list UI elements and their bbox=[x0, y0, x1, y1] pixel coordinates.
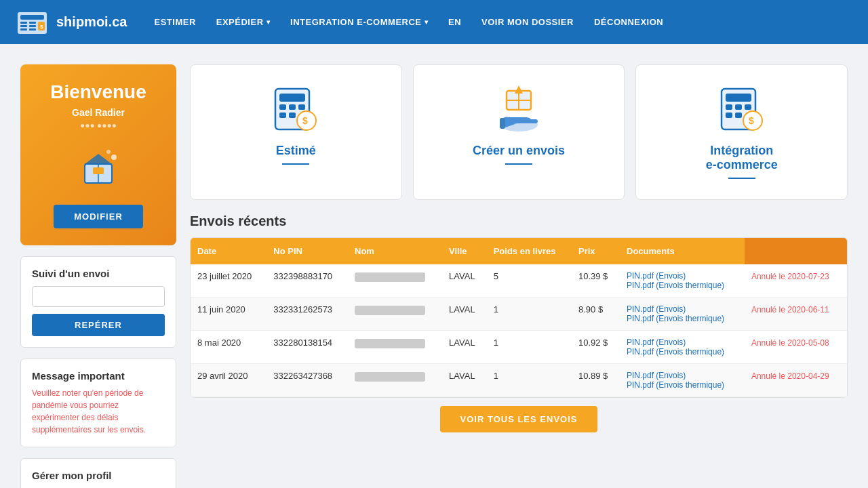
recent-title: Envois récents bbox=[190, 214, 848, 229]
profile-card: Gérer mon profil Voir mes données Carnet… bbox=[20, 458, 176, 488]
svg-point-15 bbox=[111, 155, 117, 160]
svg-rect-37 bbox=[726, 113, 732, 118]
main-content: Bienvenue Gael Radier ●●● ●●●● MODIFIER bbox=[0, 44, 868, 488]
cancelled-status: Annulé le 2020-04-29 bbox=[751, 371, 829, 381]
svg-rect-23 bbox=[289, 113, 296, 118]
cell-prix: 10.89 $ bbox=[572, 364, 620, 397]
logo[interactable]: $ shipmoi.ca bbox=[14, 3, 127, 41]
feature-label-creer: Créer un envois bbox=[427, 144, 611, 158]
cell-pin: 332398883170 bbox=[267, 264, 348, 298]
svg-marker-11 bbox=[85, 154, 112, 164]
creer-underline bbox=[505, 163, 532, 165]
hand-delivery-icon bbox=[492, 85, 546, 133]
svg-rect-34 bbox=[726, 104, 732, 110]
cell-ville: LAVAL bbox=[442, 364, 487, 397]
cell-date: 11 juin 2020 bbox=[191, 298, 267, 331]
tracking-input[interactable] bbox=[32, 286, 165, 307]
feature-label-estime: Estimé bbox=[204, 144, 388, 158]
blurred-name: Robert Desjardins bbox=[355, 372, 425, 382]
cancelled-status: Annulé le 2020-07-23 bbox=[751, 272, 829, 281]
svg-rect-35 bbox=[735, 104, 742, 110]
nav-lang[interactable]: EN bbox=[448, 17, 461, 27]
envois-table-container: Date No PIN Nom Ville Poids en livres Pr… bbox=[190, 237, 848, 398]
cell-prix: 8.90 $ bbox=[572, 298, 620, 331]
message-title: Message important bbox=[32, 370, 165, 382]
logo-icon: $ bbox=[14, 3, 51, 41]
table-header-row: Date No PIN Nom Ville Poids en livres Pr… bbox=[191, 238, 847, 264]
reperer-button[interactable]: REPÉRER bbox=[32, 314, 165, 336]
welcome-card: Bienvenue Gael Radier ●●● ●●●● MODIFIER bbox=[20, 64, 176, 245]
welcome-title: Bienvenue bbox=[34, 81, 163, 103]
cell-docs: PIN.pdf (Envois) PIN.pdf (Envois thermiq… bbox=[620, 264, 745, 298]
calculator-dollar-icon: $ bbox=[269, 85, 323, 133]
message-card: Message important Veuillez noter qu'en p… bbox=[20, 359, 176, 447]
svg-rect-36 bbox=[745, 104, 751, 110]
table-row: 11 juin 2020 332331262573 Robert Desjard… bbox=[191, 298, 847, 331]
svg-rect-33 bbox=[726, 94, 751, 102]
integration-dropdown-arrow: ▾ bbox=[425, 18, 429, 26]
cell-poids: 5 bbox=[487, 264, 572, 298]
svg-text:$: $ bbox=[302, 115, 308, 126]
cell-docs: PIN.pdf (Envois) PIN.pdf (Envois thermiq… bbox=[620, 364, 745, 397]
svg-rect-1 bbox=[20, 15, 44, 20]
svg-rect-19 bbox=[279, 104, 286, 110]
navbar: $ shipmoi.ca ESTIMER EXPÉDIER ▾ INTEGRAT… bbox=[0, 0, 868, 44]
view-all-button[interactable]: VOIR TOUS LES ENVOIS bbox=[440, 406, 598, 432]
doc-link-thermique[interactable]: PIN.pdf (Envois thermique) bbox=[627, 314, 738, 323]
svg-rect-2 bbox=[20, 22, 27, 24]
table-row: 29 avril 2020 332263427368 Robert Desjar… bbox=[191, 364, 847, 397]
cell-nom: Robert Desjardins bbox=[348, 264, 442, 298]
welcome-avatar-icon bbox=[75, 144, 122, 191]
svg-rect-38 bbox=[735, 113, 742, 118]
svg-rect-5 bbox=[29, 22, 36, 24]
cancelled-status: Annulé le 2020-06-11 bbox=[751, 305, 829, 314]
sidebar: Bienvenue Gael Radier ●●● ●●●● MODIFIER bbox=[20, 64, 176, 488]
feature-card-estime[interactable]: $ Estimé bbox=[190, 64, 402, 200]
doc-link-envois[interactable]: PIN.pdf (Envois) bbox=[627, 271, 738, 281]
cell-prix: 10.92 $ bbox=[572, 331, 620, 364]
nav-expedier[interactable]: EXPÉDIER ▾ bbox=[216, 17, 270, 27]
tracking-title: Suivi d'un envoi bbox=[32, 268, 165, 279]
cell-date: 8 mai 2020 bbox=[191, 331, 267, 364]
svg-rect-4 bbox=[20, 28, 27, 30]
doc-link-envois[interactable]: PIN.pdf (Envois) bbox=[627, 338, 738, 347]
cell-date: 23 juillet 2020 bbox=[191, 264, 267, 298]
message-text: Veuillez noter qu'en période de pandémie… bbox=[32, 387, 165, 436]
doc-link-envois[interactable]: PIN.pdf (Envois) bbox=[627, 304, 738, 314]
svg-rect-18 bbox=[279, 94, 305, 102]
doc-link-thermique[interactable]: PIN.pdf (Envois thermique) bbox=[627, 380, 738, 390]
doc-link-envois[interactable]: PIN.pdf (Envois) bbox=[627, 371, 738, 380]
ecommerce-icon: $ bbox=[715, 85, 769, 133]
col-poids: Poids en livres bbox=[487, 238, 572, 264]
expedier-dropdown-arrow: ▾ bbox=[267, 18, 271, 26]
nav-dossier[interactable]: VOIR MON DOSSIER bbox=[481, 17, 574, 27]
cell-ville: LAVAL bbox=[442, 298, 487, 331]
blurred-name: Robert Desjardins bbox=[355, 272, 425, 282]
modify-button[interactable]: MODIFIER bbox=[54, 205, 143, 228]
col-nom: Nom bbox=[348, 238, 442, 264]
cell-pin: 332263427368 bbox=[267, 364, 348, 397]
nav-links: ESTIMER EXPÉDIER ▾ INTEGRATION E-COMMERC… bbox=[154, 17, 854, 27]
nav-deconnexion[interactable]: DÉCONNEXION bbox=[594, 17, 663, 27]
feature-cards: $ Estimé bbox=[190, 64, 848, 200]
table-row: 23 juillet 2020 332398883170 Robert Desj… bbox=[191, 264, 847, 298]
integration-underline bbox=[728, 178, 755, 179]
svg-rect-20 bbox=[289, 104, 296, 110]
doc-link-thermique[interactable]: PIN.pdf (Envois thermique) bbox=[627, 347, 738, 357]
cell-poids: 1 bbox=[487, 364, 572, 397]
feature-card-creer[interactable]: Créer un envois bbox=[413, 64, 625, 200]
feature-card-integration[interactable]: $ Intégration e-commerce bbox=[635, 64, 848, 200]
doc-link-thermique[interactable]: PIN.pdf (Envois thermique) bbox=[627, 281, 738, 290]
nav-integration[interactable]: INTEGRATION E-COMMERCE ▾ bbox=[290, 17, 428, 27]
logo-text: shipmoi.ca bbox=[56, 14, 127, 30]
cell-pin: 332331262573 bbox=[267, 298, 348, 331]
cell-date: 29 avril 2020 bbox=[191, 364, 267, 397]
cancelled-status: Annulé le 2020-05-08 bbox=[751, 338, 829, 348]
col-documents: Documents bbox=[620, 238, 745, 264]
col-date: Date bbox=[191, 238, 267, 264]
right-content: $ Estimé bbox=[190, 64, 848, 488]
table-row: 8 mai 2020 332280138154 Robert Desjardin… bbox=[191, 331, 847, 364]
nav-estimer[interactable]: ESTIMER bbox=[154, 17, 195, 27]
svg-point-16 bbox=[106, 150, 111, 154]
cell-ville: LAVAL bbox=[442, 264, 487, 298]
